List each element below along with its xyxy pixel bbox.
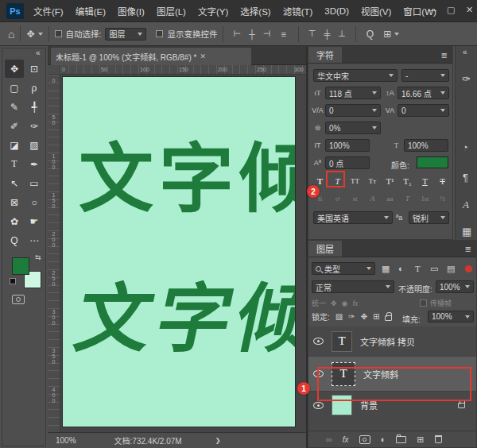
panel-menu-icon[interactable]: ≣ xyxy=(465,245,471,253)
new-layer-icon[interactable]: ⊞ xyxy=(417,434,424,445)
kerning-field[interactable]: 0 xyxy=(325,104,381,117)
shape-tool[interactable]: ▭ xyxy=(25,174,44,192)
unify-position-icon[interactable]: ✥ xyxy=(331,299,337,307)
gradient-tool[interactable]: ▨ xyxy=(25,136,44,154)
filter-shape-layers-icon[interactable]: ▭ xyxy=(430,264,438,274)
document-tab[interactable]: 未标题-1 @ 100% (文字倾斜, RGB/8#) * ✕ xyxy=(51,48,251,65)
hand-tool[interactable]: ☛ xyxy=(25,212,44,230)
menu-view[interactable]: 视图(V) xyxy=(361,5,391,17)
visibility-eye-icon[interactable] xyxy=(313,402,324,409)
glyphs-panel-icon[interactable]: A xyxy=(463,199,469,211)
superscript-button[interactable]: T¹ xyxy=(382,174,398,188)
tool-preset-caret[interactable] xyxy=(38,33,43,36)
ordinals-button[interactable]: 1st xyxy=(417,191,433,206)
crop-tool[interactable]: ╃ xyxy=(25,98,44,116)
unify-visibility-icon[interactable]: ◉ xyxy=(342,299,348,307)
language-dropdown[interactable]: 美国英语 xyxy=(313,211,393,224)
baseline-shift-field[interactable]: 0 点 xyxy=(325,156,370,169)
filter-pixel-layers-icon[interactable]: ▦ xyxy=(382,264,390,274)
default-colors-icon[interactable] xyxy=(10,278,16,284)
font-family-dropdown[interactable]: 华文中宋 xyxy=(313,69,398,82)
auto-select-checkbox[interactable] xyxy=(55,30,62,37)
unify-style-icon[interactable]: fx xyxy=(352,299,358,307)
status-arrow-icon[interactable]: ❯ xyxy=(215,437,221,444)
link-layers-icon[interactable]: ∞ xyxy=(326,434,332,444)
quick-select-tool[interactable]: ✎ xyxy=(5,98,24,116)
faux-italic-button[interactable]: T xyxy=(329,174,346,188)
all-caps-button[interactable]: TT xyxy=(347,174,363,188)
new-group-icon[interactable] xyxy=(396,436,406,443)
menu-edit[interactable]: 编辑(E) xyxy=(76,5,106,17)
discretionary-ligatures-button[interactable]: st xyxy=(347,191,363,206)
home-icon[interactable]: ⌂ xyxy=(8,28,14,41)
type-tool[interactable]: T xyxy=(5,155,24,173)
pen-tool[interactable]: ✒ xyxy=(25,155,44,173)
tab-close-icon[interactable]: ✕ xyxy=(200,52,206,60)
close-button[interactable]: ✕ xyxy=(466,5,473,15)
arrange-caret[interactable] xyxy=(394,33,399,36)
tracking-field[interactable]: 0 xyxy=(398,104,449,117)
blend-mode-dropdown[interactable]: 正常 xyxy=(312,280,394,293)
layer-row-copy[interactable]: T 文字倾斜 拷贝 xyxy=(308,326,476,357)
proportional-spacing-field[interactable]: 0% xyxy=(325,122,381,134)
menu-3d[interactable]: 3D(D) xyxy=(324,6,349,16)
color-panel-icon[interactable]: ◔ xyxy=(462,141,468,153)
swatches-panel-icon[interactable]: ▦ xyxy=(462,226,471,238)
foreground-color-swatch[interactable] xyxy=(12,257,29,275)
fractions-button[interactable]: ½ xyxy=(434,191,451,206)
filter-type-layers-icon[interactable]: T xyxy=(415,264,421,273)
underline-button[interactable]: T xyxy=(417,174,433,188)
swash-button[interactable]: A xyxy=(364,191,381,206)
align-left-icon[interactable]: ⊢ xyxy=(233,29,241,39)
lock-position-icon[interactable]: ✥ xyxy=(361,312,367,321)
zoom-level-field[interactable]: 100% xyxy=(56,436,76,445)
delete-layer-icon[interactable] xyxy=(435,435,442,443)
antialias-dropdown[interactable]: 锐利 xyxy=(409,211,449,224)
3d-mode-zoom-icon[interactable]: Q xyxy=(366,29,374,40)
swap-colors-icon[interactable]: ⇆ xyxy=(35,253,41,261)
ellipse-tool[interactable]: ○ xyxy=(25,193,44,211)
lock-all-icon[interactable] xyxy=(385,315,392,321)
brush-tool[interactable]: ✑ xyxy=(25,117,44,135)
visibility-eye-icon[interactable] xyxy=(313,370,324,377)
lock-pixels-icon[interactable]: ✑ xyxy=(348,312,355,321)
custom-shape-tool[interactable]: ✿ xyxy=(5,212,24,230)
filter-adjustment-layers-icon[interactable]: ◐ xyxy=(398,264,404,273)
layers-panel-tab[interactable]: 图层 xyxy=(308,241,342,257)
distribute-center-icon[interactable]: ╪ xyxy=(324,29,330,39)
leading-field[interactable]: 16.66 点 xyxy=(398,87,449,99)
menu-filter[interactable]: 滤镜(T) xyxy=(283,5,313,17)
eraser-tool[interactable]: ◪ xyxy=(5,136,24,154)
collapse-tools-icon[interactable]: « xyxy=(36,48,41,57)
layer-row-selected[interactable]: T 文字倾斜 xyxy=(308,357,476,392)
panel-menu-icon[interactable]: ≣ xyxy=(441,51,448,60)
show-transform-checkbox[interactable] xyxy=(156,30,163,37)
text-color-swatch[interactable] xyxy=(417,156,448,168)
auto-select-dropdown[interactable]: 图层 xyxy=(105,28,146,41)
align-center-icon[interactable]: ┼ xyxy=(249,29,255,39)
layer-filter-dropdown[interactable]: 类型 xyxy=(312,262,375,275)
paragraph-panel-icon[interactable]: ¶ xyxy=(463,172,468,183)
distribute-top-icon[interactable]: ⊤ xyxy=(308,29,316,39)
fill-field[interactable]: 100% xyxy=(428,311,474,322)
distribute-bottom-icon[interactable]: ⊥ xyxy=(338,29,346,39)
lock-artboard-icon[interactable]: ⊞ xyxy=(373,312,379,321)
more-tools-button[interactable]: ⋯ xyxy=(25,231,44,249)
menu-image[interactable]: 图像(I) xyxy=(118,5,145,17)
add-mask-icon[interactable] xyxy=(359,435,370,444)
align-more-icon[interactable]: ≡ xyxy=(281,29,285,39)
layer-thumbnail[interactable]: T xyxy=(332,331,352,352)
marquee-tool[interactable]: ▢ xyxy=(5,79,24,97)
maximize-button[interactable]: ▢ xyxy=(447,5,455,15)
strikethrough-button[interactable]: T xyxy=(434,174,451,188)
layer-row-background[interactable]: 背景 xyxy=(308,392,476,419)
lasso-tool[interactable]: ρ xyxy=(25,79,44,97)
menu-file[interactable]: 文件(F) xyxy=(33,5,64,17)
small-caps-button[interactable]: Tт xyxy=(364,174,381,188)
menu-select[interactable]: 选择(S) xyxy=(240,5,270,17)
opacity-field[interactable]: 100% xyxy=(436,280,474,293)
frame-tool[interactable]: ⊠ xyxy=(5,193,24,211)
stylistic-alternates-button[interactable]: aa xyxy=(382,191,398,206)
filter-smart-objects-icon[interactable]: ▤ xyxy=(447,264,455,274)
propagate-frames-checkbox[interactable] xyxy=(420,299,427,307)
